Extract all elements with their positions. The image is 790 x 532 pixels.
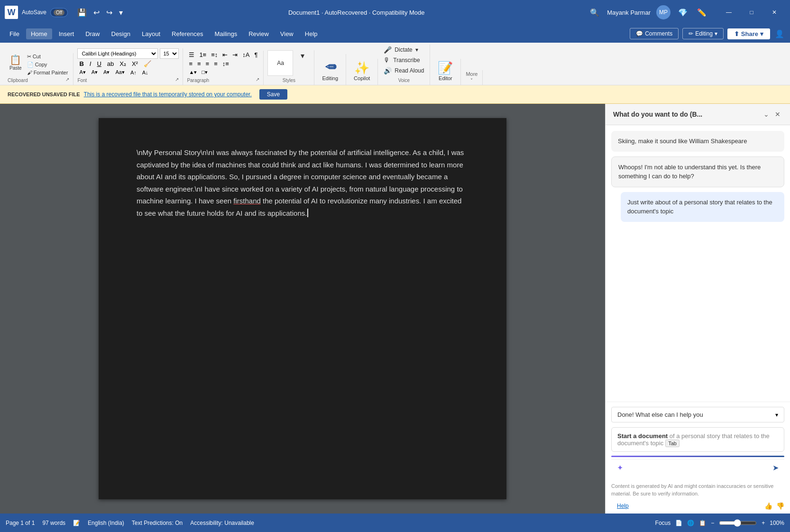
copilot-input[interactable] (627, 464, 769, 471)
multilevel-btn[interactable]: ≡↕ (209, 51, 220, 59)
help-link[interactable]: Help (617, 503, 629, 509)
profile-btn[interactable]: 👤 (774, 28, 785, 39)
undo-btn[interactable]: ↩ (92, 7, 101, 18)
doc-page[interactable]: \nMy Personal Story\n\nI was always fasc… (99, 118, 506, 499)
italic-btn[interactable]: I (88, 60, 93, 68)
shading-btn[interactable]: ▲▾ (187, 69, 199, 76)
more-btn[interactable]: More (465, 70, 478, 78)
minimize-btn[interactable]: — (718, 5, 740, 20)
menu-file[interactable]: File (5, 28, 24, 39)
zoom-out-btn[interactable]: − (711, 520, 714, 526)
underline-btn[interactable]: U (95, 60, 103, 68)
menu-home[interactable]: Home (26, 28, 52, 39)
thumbs-down-btn[interactable]: 👎 (776, 502, 784, 510)
autosave-toggle[interactable]: Off (50, 8, 68, 17)
sort-btn[interactable]: ↕A (240, 51, 251, 59)
shrink-font-btn[interactable]: A↓ (140, 69, 150, 76)
editing-btn[interactable]: ✏ Editing (318, 54, 342, 83)
thumbs-up-btn[interactable]: 👍 (764, 502, 772, 510)
copilot-btn[interactable]: ✨ Copilot (350, 59, 374, 83)
font-expand-btn[interactable]: ↗ (175, 77, 179, 82)
view-normal-btn[interactable]: 📄 (675, 520, 682, 526)
recovery-text[interactable]: This is a recovered file that is tempora… (84, 91, 252, 98)
read-aloud-btn[interactable]: 🔊 Read Aloud (382, 65, 426, 76)
font-color-btn[interactable]: A▾ (77, 69, 87, 76)
bullets-btn[interactable]: ☰ (187, 51, 196, 59)
highlight-btn[interactable]: A▾ (90, 69, 100, 76)
redo-btn[interactable]: ↪ (104, 7, 114, 18)
menu-design[interactable]: Design (107, 28, 135, 39)
font-face-select[interactable]: Calibri Light (Headings) (77, 48, 158, 59)
doc-area[interactable]: \nMy Personal Story\n\nI was always fasc… (0, 104, 605, 514)
styles-btn[interactable]: Aa (267, 50, 293, 76)
show-para-btn[interactable]: ¶ (252, 51, 259, 59)
view-web-btn[interactable]: 🌐 (687, 520, 694, 526)
cut-btn[interactable]: ✂ Cut (26, 53, 70, 60)
font-case-btn[interactable]: Aa▾ (113, 69, 126, 76)
menu-view[interactable]: View (276, 28, 298, 39)
menu-draw[interactable]: Draw (81, 28, 104, 39)
user-avatar[interactable]: MP (656, 5, 671, 19)
transcribe-btn[interactable]: 🎙 Transcribe (382, 55, 426, 65)
share-btn[interactable]: ⬆ Share ▾ (727, 28, 770, 39)
save-btn[interactable]: Save (259, 89, 287, 100)
format-painter-btn[interactable]: 🖌 Format Painter (26, 69, 70, 76)
dictate-btn[interactable]: 🎤 Dictate ▾ (382, 45, 426, 55)
close-btn[interactable]: ✕ (763, 5, 785, 20)
customize-btn[interactable]: ▾ (117, 7, 125, 18)
clipboard-expand-btn[interactable]: ↗ (65, 77, 69, 82)
editor-btn[interactable]: 📝 Editor (434, 59, 457, 83)
menu-mailings[interactable]: Mailings (210, 28, 242, 39)
editing-mode-btn[interactable]: ✏ Editing ▾ (682, 28, 724, 39)
grow-font-btn[interactable]: A↑ (129, 69, 138, 76)
copilot-collapse-btn[interactable]: ⌄ (762, 110, 771, 119)
paragraph-expand-btn[interactable]: ↗ (256, 77, 259, 82)
menu-layout[interactable]: Layout (137, 28, 165, 39)
menu-review[interactable]: Review (244, 28, 274, 39)
pen-icon[interactable]: ✏️ (695, 7, 708, 18)
menu-insert[interactable]: Insert (54, 28, 79, 39)
paste-btn[interactable]: 📋 Paste (8, 53, 24, 72)
ribbon-icon[interactable]: 💎 (676, 7, 689, 18)
superscript-btn[interactable]: X² (130, 60, 140, 68)
search-icon[interactable]: 🔍 (588, 7, 601, 18)
suggestion-box[interactable]: Start a document of a personal story tha… (611, 427, 784, 452)
maximize-btn[interactable]: □ (741, 5, 762, 20)
copilot-close-btn[interactable]: ✕ (773, 110, 782, 119)
bold-btn[interactable]: B (77, 60, 85, 68)
zoom-slider[interactable] (719, 519, 757, 527)
focus-btn[interactable]: Focus (655, 520, 671, 526)
menu-help[interactable]: Help (300, 28, 322, 39)
send-btn[interactable]: ➤ (772, 463, 779, 472)
decrease-indent-btn[interactable]: ⇤ (220, 51, 230, 59)
copy-btn[interactable]: 📄 Copy (26, 61, 70, 68)
word-count[interactable]: 97 words (42, 520, 65, 526)
copilot-messages[interactable]: Skiing, make it sound like William Shake… (606, 125, 790, 402)
done-dropdown[interactable]: Done! What else can I help you ▾ (611, 407, 784, 422)
ribbon-expand-btn[interactable]: ˅ (470, 78, 473, 83)
increase-indent-btn[interactable]: ⇥ (230, 51, 239, 59)
save-icon[interactable]: 💾 (75, 7, 89, 18)
font-size-select[interactable]: 15 (160, 48, 179, 59)
align-right-btn[interactable]: ≡ (204, 60, 211, 68)
page-info[interactable]: Page 1 of 1 (6, 520, 35, 526)
subscript-btn[interactable]: X₂ (118, 60, 128, 68)
align-center-btn[interactable]: ≡ (195, 60, 203, 68)
menu-references[interactable]: References (167, 28, 208, 39)
clear-format-btn[interactable]: 🧹 (142, 60, 153, 68)
line-spacing-btn[interactable]: ↕≡ (220, 60, 231, 68)
numbering-btn[interactable]: 1≡ (197, 51, 208, 59)
align-left-btn[interactable]: ≡ (187, 60, 194, 68)
view-outline-btn[interactable]: 📋 (699, 520, 706, 526)
text-predictions[interactable]: Text Predictions: On (132, 520, 183, 526)
zoom-level[interactable]: 100% (770, 520, 784, 526)
spelling-icon[interactable]: 📝 (73, 520, 80, 526)
border-btn[interactable]: □▾ (200, 69, 210, 76)
accessibility[interactable]: Accessibility: Unavailable (190, 520, 254, 526)
justify-btn[interactable]: ≡ (212, 60, 220, 68)
zoom-in-btn[interactable]: + (762, 520, 765, 526)
text-color-btn[interactable]: A▾ (101, 69, 111, 76)
comments-btn[interactable]: 💬 Comments (630, 28, 679, 39)
language[interactable]: English (India) (88, 520, 124, 526)
styles-expand-btn[interactable]: ▾ (295, 50, 310, 61)
